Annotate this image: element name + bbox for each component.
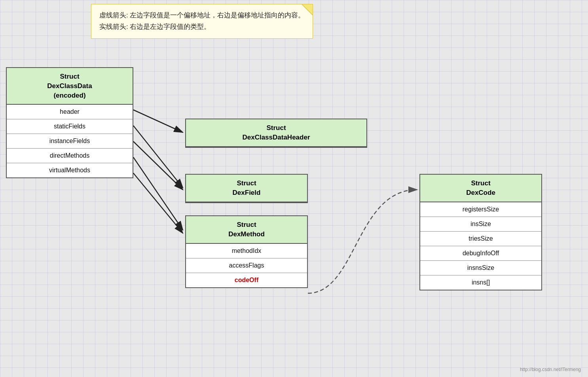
arrow-header-to-dexclassdataheader xyxy=(133,110,183,132)
field-debug-info-off: debugInfoOff xyxy=(420,246,541,261)
field-direct-methods: directMethods xyxy=(7,149,133,163)
struct-dex-field-title: StructDexField xyxy=(186,175,307,202)
field-method-idx: methodIdx xyxy=(186,244,307,258)
struct-dex-field-box: StructDexField xyxy=(185,174,308,203)
watermark: http://blog.csdn.net/lTermeng xyxy=(520,367,581,372)
field-virtual-methods: virtualMethods xyxy=(7,163,133,177)
arrow-codeoff-to-dexcode xyxy=(308,190,417,293)
field-code-off: codeOff xyxy=(186,273,307,287)
struct-dex-code-box: StructDexCode registersSize insSize trie… xyxy=(419,174,542,290)
arrow-virtualmethods-to-dexmethod xyxy=(133,173,183,233)
field-insns: insns[] xyxy=(420,275,541,290)
field-static-fields: staticFields xyxy=(7,119,133,134)
arrow-directmethods-to-dexmethod xyxy=(133,157,183,230)
struct-dex-code-title: StructDexCode xyxy=(420,175,541,202)
arrow-instancefields-to-dexfield xyxy=(133,141,183,190)
struct-dex-class-data-header: StructDexClassData(encoded) xyxy=(7,68,133,105)
field-access-flags: accessFlags xyxy=(186,258,307,273)
legend-line2: 实线箭头: 右边是左边字段值的类型。 xyxy=(99,21,305,33)
arrow-staticfields-to-dexfield xyxy=(133,126,183,188)
struct-dex-method-title: StructDexMethod xyxy=(186,216,307,244)
struct-dex-class-data: StructDexClassData(encoded) header stati… xyxy=(6,67,133,178)
field-instance-fields: instanceFields xyxy=(7,134,133,149)
legend-box: 虚线箭头: 左边字段值是一个偏移地址，右边是偏移地址指向的内容。 实线箭头: 右… xyxy=(91,4,313,39)
field-ins-size: insSize xyxy=(420,217,541,232)
struct-dex-class-data-header-box: StructDexClassDataHeader xyxy=(185,119,367,148)
field-registers-size: registersSize xyxy=(420,202,541,217)
field-tries-size: triesSize xyxy=(420,232,541,246)
struct-dex-class-data-header-title: StructDexClassDataHeader xyxy=(186,119,366,147)
struct-dex-method-box: StructDexMethod methodIdx accessFlags co… xyxy=(185,215,308,288)
field-header: header xyxy=(7,105,133,119)
legend-line1: 虚线箭头: 左边字段值是一个偏移地址，右边是偏移地址指向的内容。 xyxy=(99,10,305,21)
field-insns-size: insnsSize xyxy=(420,261,541,275)
